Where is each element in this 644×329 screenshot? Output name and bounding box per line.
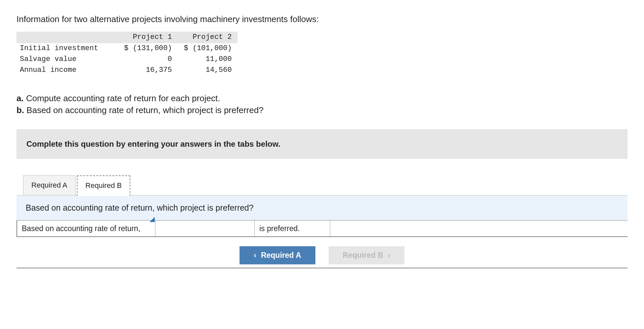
answer-suffix-label: is preferred. bbox=[255, 221, 330, 236]
project-select-dropdown[interactable] bbox=[155, 221, 255, 236]
answer-prefix-label: Based on accounting rate of return, bbox=[16, 221, 155, 236]
chevron-right-icon: › bbox=[388, 251, 391, 260]
cell-value: $ (101,000) bbox=[178, 43, 238, 54]
prev-required-a-button[interactable]: ‹ Required A bbox=[240, 246, 315, 264]
cell-value: 16,375 bbox=[118, 65, 178, 76]
row-label: Annual income bbox=[16, 65, 118, 76]
problem-intro: Information for two alternative projects… bbox=[16, 13, 628, 25]
chevron-left-icon: ‹ bbox=[254, 251, 256, 260]
cell-value: 11,000 bbox=[178, 54, 238, 65]
table-row: Annual income 16,375 14,560 bbox=[16, 65, 238, 76]
row-label: Salvage value bbox=[16, 54, 118, 65]
tab-prompt: Based on accounting rate of return, whic… bbox=[16, 195, 628, 221]
question-a-text: Compute accounting rate of return for ea… bbox=[24, 93, 220, 103]
cell-value: 14,560 bbox=[178, 65, 238, 76]
question-b-text: Based on accounting rate of return, whic… bbox=[24, 105, 264, 115]
question-a-label: a. bbox=[16, 93, 24, 103]
cell-value: 0 bbox=[118, 54, 178, 65]
next-required-b-button[interactable]: Required B › bbox=[329, 246, 404, 264]
tab-required-b[interactable]: Required B bbox=[77, 175, 130, 196]
table-header-project1: Project 1 bbox=[118, 32, 178, 43]
prev-button-label: Required A bbox=[261, 251, 301, 260]
answer-row: Based on accounting rate of return, is p… bbox=[16, 221, 628, 237]
next-button-label: Required B bbox=[343, 251, 383, 260]
instruction-banner: Complete this question by entering your … bbox=[16, 129, 628, 159]
table-row: Initial investment $ (131,000) $ (101,00… bbox=[16, 43, 238, 54]
row-label: Initial investment bbox=[16, 43, 118, 54]
table-header-project2: Project 2 bbox=[178, 32, 238, 43]
table-header-blank bbox=[16, 32, 118, 43]
question-list: a. Compute accounting rate of return for… bbox=[16, 92, 628, 116]
table-row: Salvage value 0 11,000 bbox=[16, 54, 238, 65]
project-data-table: Project 1 Project 2 Initial investment $… bbox=[16, 32, 238, 75]
question-b-label: b. bbox=[16, 105, 24, 115]
answer-container: Complete this question by entering your … bbox=[16, 129, 628, 268]
tab-required-a[interactable]: Required A bbox=[23, 175, 76, 195]
nav-row: ‹ Required A Required B › bbox=[16, 237, 628, 268]
tabs-row: Required A Required B bbox=[16, 175, 628, 195]
cell-value: $ (131,000) bbox=[118, 43, 178, 54]
